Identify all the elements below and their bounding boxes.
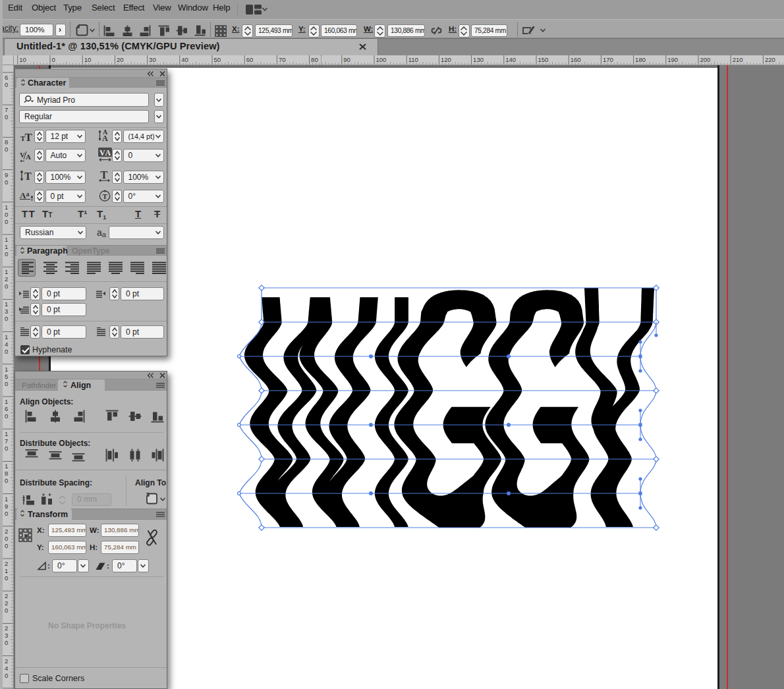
svg-text:A: A	[26, 153, 31, 161]
svg-text:T: T	[103, 192, 108, 200]
svg-text:A: A	[102, 134, 108, 142]
svg-text:A: A	[20, 190, 26, 200]
svg-text:T: T	[24, 171, 32, 182]
svg-text:a: a	[26, 190, 30, 198]
svg-text:A: A	[105, 148, 111, 157]
svg-text:T: T	[25, 132, 33, 142]
svg-text:T: T	[101, 170, 108, 180]
